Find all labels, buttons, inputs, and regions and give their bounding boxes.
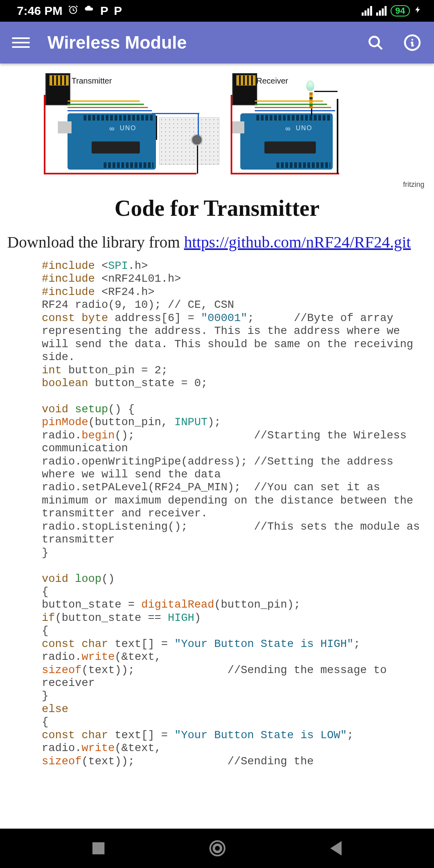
code-block: #include <SPI.h> #include <nRF24L01.h> #… (7, 256, 427, 768)
p-icon-1: P (100, 4, 108, 18)
signal-icon-2 (376, 6, 387, 16)
back-button[interactable] (330, 841, 342, 856)
signal-icon-1 (362, 6, 372, 16)
page-title: Wireless Module (47, 33, 366, 53)
alarm-icon (68, 4, 78, 18)
battery-badge: 94 (391, 5, 410, 16)
menu-icon[interactable] (10, 37, 32, 48)
svg-point-1 (369, 37, 379, 46)
download-text: Download the library from https://github… (7, 232, 427, 252)
search-icon[interactable] (366, 33, 385, 52)
status-right: 94 (362, 4, 422, 18)
download-prefix: Download the library from (7, 233, 184, 251)
breadboard (159, 117, 219, 165)
charging-icon (414, 4, 422, 18)
status-left: 7:46 PM P P (17, 4, 122, 18)
info-icon[interactable] (403, 33, 422, 52)
uno-receiver: ∞ UNO (240, 113, 333, 170)
wiring-diagram: Transmitter ∞ UNO Receiver (7, 71, 427, 179)
section-heading: Code for Transmitter (7, 195, 427, 221)
uno-transmitter: ∞ UNO (68, 113, 156, 170)
led (306, 80, 314, 91)
status-bar: 7:46 PM P P 94 (0, 0, 434, 22)
recents-button[interactable] (92, 842, 104, 854)
p-icon-2: P (114, 4, 122, 18)
weather-icon (84, 4, 94, 18)
app-bar: Wireless Module (0, 22, 434, 63)
receiver-label: Receiver (256, 76, 288, 86)
content-scroll[interactable]: Transmitter ∞ UNO Receiver (0, 63, 434, 829)
nrf-receiver (232, 73, 257, 105)
download-link[interactable]: https://github.com/nRF24/RF24.git (184, 233, 411, 251)
status-time: 7:46 PM (17, 4, 62, 18)
nrf-transmitter (45, 73, 70, 105)
push-button (192, 135, 202, 145)
transmitter-label: Transmitter (72, 76, 112, 86)
home-button[interactable] (209, 840, 225, 856)
diagram-credit: fritzing (403, 180, 424, 189)
system-nav-bar (0, 829, 434, 868)
